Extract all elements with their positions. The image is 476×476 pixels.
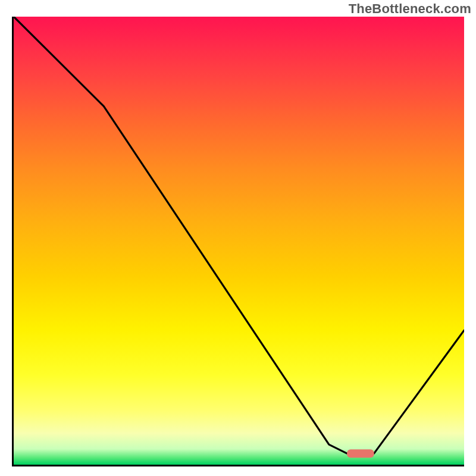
optimal-marker [347, 449, 374, 458]
watermark-label: TheBottleneck.com [349, 1, 471, 17]
chart-container: TheBottleneck.com [0, 0, 476, 476]
curve-layer [14, 17, 464, 465]
bottleneck-curve [14, 17, 464, 453]
plot-area [12, 17, 464, 466]
